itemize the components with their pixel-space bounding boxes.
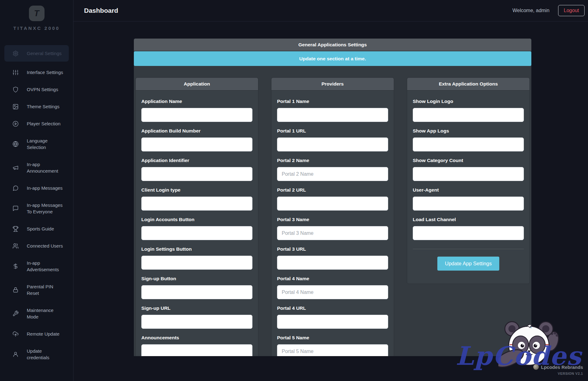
sidebar-item-label: In-app Advertisements <box>27 260 59 273</box>
field-label: User-Agent <box>413 187 524 193</box>
sidebar-item-general-settings[interactable]: General Settings <box>4 45 69 62</box>
sidebar-item-label: Interface Settings <box>27 69 63 76</box>
application-build-number-input[interactable] <box>141 137 252 151</box>
field-label: Show Login Logo <box>413 98 524 104</box>
sidebar-item-theme-settings[interactable]: Theme Settings <box>0 100 73 113</box>
form-group: Portal 2 Name <box>277 157 388 181</box>
sidebar-item-in-app-messages-to-everyone[interactable]: In-app Messages To Everyone <box>0 199 73 218</box>
field-label: Announcements <box>141 335 252 341</box>
cloud-upload-icon <box>12 331 19 337</box>
panel-title: Extra Application Options <box>407 78 529 91</box>
panel-application: Application Application Name Application… <box>135 77 258 356</box>
form-group: Application Identifier <box>141 157 252 181</box>
portal-3-name-input[interactable] <box>277 226 388 240</box>
form-group: Portal 3 URL <box>277 246 388 270</box>
sign-up-button-input[interactable] <box>141 285 252 299</box>
field-label: Application Build Number <box>141 128 252 134</box>
announcements-input[interactable] <box>141 344 252 356</box>
topbar: Dashboard Welcome, admin Logout <box>73 0 588 21</box>
shield-icon <box>12 86 19 93</box>
section-titlebar: General Applications Settings <box>134 39 531 51</box>
portal-4-url-input[interactable] <box>277 315 388 329</box>
portal-5-name-input[interactable] <box>277 344 388 356</box>
sidebar-item-label: In-app Messages <box>27 185 63 191</box>
show-category-count-input[interactable] <box>413 167 524 181</box>
login-accounts-button-input[interactable] <box>141 226 252 240</box>
sidebar-item-player-selection[interactable]: Player Selection <box>0 117 73 130</box>
update-app-settings-button[interactable]: Update App Settings <box>437 257 499 271</box>
sidebar-item-in-app-advertisements[interactable]: In-app Advertisements <box>0 257 73 276</box>
panel-body: Application Name Application Build Numbe… <box>136 91 258 356</box>
form-group: Sign-up Button <box>141 276 252 299</box>
brand-name: TITANXC 2000 <box>0 26 73 31</box>
form-group: Portal 4 URL <box>277 305 388 329</box>
panel-body: Portal 1 Name Portal 1 URL Portal 2 Name… <box>271 91 394 356</box>
load-last-channel-input[interactable] <box>413 226 524 240</box>
form-group: Show Login Logo <box>413 98 524 122</box>
sidebar-item-label: In-app Announcement <box>27 161 58 174</box>
portal-4-name-input[interactable] <box>277 285 388 299</box>
dollar-icon <box>12 263 19 269</box>
field-label: Sign-up Button <box>141 276 252 281</box>
form-group: Client Login type <box>141 187 252 211</box>
sidebar-item-sports-guide[interactable]: Sports Guide <box>0 222 73 235</box>
field-label: Portal 2 Name <box>277 157 388 163</box>
field-label: Login Accounts Button <box>141 216 252 222</box>
portal-1-url-input[interactable] <box>277 137 388 151</box>
portal-3-url-input[interactable] <box>277 256 388 270</box>
form-group: Portal 2 URL <box>277 187 388 211</box>
login-settings-button-input[interactable] <box>141 256 252 270</box>
message-circle-icon <box>12 185 19 191</box>
sidebar-item-interface-settings[interactable]: Interface Settings <box>0 66 73 79</box>
sidebar: T TITANXC 2000 General Settings Interfac… <box>0 0 73 381</box>
portal-1-name-input[interactable] <box>277 108 388 122</box>
panel-title: Providers <box>271 78 394 91</box>
application-name-input[interactable] <box>141 108 252 122</box>
sidebar-item-ovpn-settings[interactable]: OVPN Settings <box>0 83 73 96</box>
sidebar-item-label: Language Selection <box>27 137 48 151</box>
field-label: Application Identifier <box>141 157 252 163</box>
panel-body: Show Login Logo Show App Logs Show Categ… <box>407 91 529 284</box>
brand-initial: T <box>34 9 39 18</box>
form-group: Portal 5 Name <box>277 335 388 356</box>
show-app-logs-input[interactable] <box>413 137 524 151</box>
portal-2-url-input[interactable] <box>277 197 388 211</box>
sidebar-item-connected-users[interactable]: Connected Users <box>0 239 73 252</box>
sidebar-item-update-credentials[interactable]: Update credentials <box>0 345 73 364</box>
field-label: Portal 4 Name <box>277 276 388 281</box>
form-group: Login Accounts Button <box>141 216 252 240</box>
sidebar-item-parental-pin-reset[interactable]: Parental PIN Reset <box>0 280 73 300</box>
trophy-icon <box>12 226 19 232</box>
sidebar-item-maintenance-mode[interactable]: Maintenance Mode <box>0 304 73 323</box>
form-group: Portal 1 URL <box>277 128 388 151</box>
brand-logo: T <box>29 6 45 21</box>
sidebar-item-label: Maintenance Mode <box>27 307 54 320</box>
client-login-type-input[interactable] <box>141 197 252 211</box>
logout-button[interactable]: Logout <box>558 5 585 16</box>
sidebar-item-label: Parental PIN Reset <box>27 283 53 296</box>
form-group: Application Build Number <box>141 128 252 151</box>
footer <box>73 356 588 381</box>
field-label: Portal 2 URL <box>277 187 388 193</box>
play-circle-icon <box>12 121 19 127</box>
sidebar-item-language-selection[interactable]: Language Selection <box>0 134 73 154</box>
form-group: Load Last Channel <box>413 216 524 240</box>
sidebar-item-in-app-announcement[interactable]: In-app Announcement <box>0 158 73 177</box>
application-identifier-input[interactable] <box>141 167 252 181</box>
field-label: Portal 5 Name <box>277 335 388 341</box>
settings-container: General Applications Settings Update one… <box>134 39 531 356</box>
user-agent-input[interactable] <box>413 197 524 211</box>
sidebar-item-in-app-messages[interactable]: In-app Messages <box>0 182 73 194</box>
form-group: Show Category Count <box>413 157 524 181</box>
sidebar-item-label: Remote Update <box>27 331 59 337</box>
image-icon <box>12 104 19 110</box>
show-login-logo-input[interactable] <box>413 108 524 122</box>
sidebar-item-remote-update[interactable]: Remote Update <box>0 328 73 340</box>
sign-up-url-input[interactable] <box>141 315 252 329</box>
form-group: Portal 3 Name <box>277 216 388 240</box>
portal-2-name-input[interactable] <box>277 167 388 181</box>
field-label: Portal 3 Name <box>277 216 388 222</box>
topbar-right: Welcome, admin Logout <box>512 5 585 16</box>
field-label: Load Last Channel <box>413 216 524 222</box>
welcome-text: Welcome, admin <box>512 8 549 13</box>
